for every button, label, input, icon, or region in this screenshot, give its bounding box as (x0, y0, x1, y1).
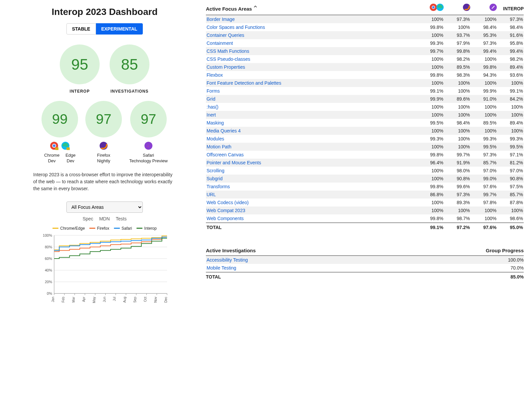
cell-value: 98.4% (497, 25, 524, 30)
focus-area-link[interactable]: Custom Properties (206, 64, 417, 70)
cell-value: 100% (497, 104, 524, 110)
firefox-bubble: 97 (85, 101, 122, 137)
cell-value: 97.3% (497, 17, 524, 22)
inv-total-label: TOTAL (206, 274, 510, 279)
investigations-header: Active Investigations (206, 248, 486, 253)
cell-value: 99.3% (471, 136, 497, 141)
cell-value: 95.3% (471, 33, 497, 38)
safari-column-icon (489, 3, 497, 11)
cell-value: 100% (417, 56, 444, 62)
cell-value: 84.2% (497, 96, 524, 102)
focus-area-link[interactable]: Font Feature Detection and Palettes (206, 80, 417, 86)
focus-area-link[interactable]: Motion Path (206, 144, 417, 149)
cell-value: 95.8% (497, 40, 524, 46)
focus-area-link[interactable]: Web Components (206, 216, 417, 221)
table-row: Web Components99.8%98.7%100%98.6% (206, 214, 524, 222)
tab-experimental[interactable]: EXPERIMENTAL (96, 23, 143, 35)
focus-area-link[interactable]: Transforms (206, 184, 417, 189)
edge-name: Edge Dev (65, 153, 75, 164)
cell-value: 100% (444, 88, 471, 94)
focus-area-link[interactable]: Media Queries 4 (206, 128, 417, 133)
svg-text:Oct: Oct (143, 297, 147, 302)
safari-score: 97 (141, 111, 156, 127)
cell-value: 100% (471, 56, 497, 62)
table-row: Scrolling100%98.0%97.0%97.0% (206, 167, 524, 175)
focus-area-link[interactable]: URL (206, 192, 417, 197)
investigation-link[interactable]: Accessibility Testing (206, 257, 508, 263)
focus-area-link[interactable]: Web Codecs (video) (206, 200, 417, 205)
edge-dev-icon (61, 141, 70, 150)
safari-name: Safari Technology Preview (129, 153, 168, 164)
table-row: Subgrid100%90.8%99.0%90.8% (206, 175, 524, 183)
focus-area-link[interactable]: Grid (206, 96, 417, 102)
focus-area-link[interactable]: Subgrid (206, 176, 417, 181)
cell-value: 99.7% (444, 152, 471, 157)
focus-area-link[interactable]: Forms (206, 88, 417, 94)
spec-link[interactable]: Spec (83, 216, 93, 221)
focus-area-link[interactable]: Modules (206, 136, 417, 141)
svg-text:May: May (92, 297, 96, 303)
table-row: Custom Properties100%89.5%99.8%89.4% (206, 63, 524, 71)
cell-value: 99.0% (471, 176, 497, 181)
cell-value: 100% (417, 176, 444, 181)
cell-value: 94.3% (471, 72, 497, 78)
table-row: :has()100%100%100%100% (206, 103, 524, 111)
cell-value: 97.0% (497, 168, 524, 173)
cell-value: 100% (471, 80, 497, 86)
cell-value: 100% (497, 112, 524, 118)
legend-interop: Interop (144, 226, 156, 231)
cell-value: 100% (417, 80, 444, 86)
focus-area-link[interactable]: :has() (206, 104, 417, 110)
investigations-score-bubble: 85 (110, 44, 149, 84)
interop-column-header: INTEROP (497, 5, 524, 13)
mdn-link[interactable]: MDN (99, 216, 110, 221)
tab-stable[interactable]: STABLE (66, 23, 96, 35)
focus-area-link[interactable]: Color Spaces and Functions (206, 25, 417, 30)
chart-legend: Chrome/Edge Firefox Safari Interop (33, 226, 176, 231)
cell-value: 85.7% (471, 160, 497, 165)
focus-area-link[interactable]: Inert (206, 112, 417, 118)
legend-chrome: Chrome/Edge (60, 226, 85, 231)
svg-text:0%: 0% (47, 291, 52, 295)
cell-value: 97.8% (471, 200, 497, 205)
svg-text:40%: 40% (45, 268, 52, 272)
cell-value: 100.0% (508, 257, 524, 263)
investigations-label: INVESTIGATIONS (111, 89, 148, 94)
chevron-up-icon[interactable] (253, 5, 257, 9)
cell-value: 97.3% (471, 40, 497, 46)
focus-area-link[interactable]: Pointer and Mouse Events (206, 160, 417, 165)
cell-value: 90.8% (444, 176, 471, 181)
focus-area-link[interactable]: Masking (206, 120, 417, 125)
tests-link[interactable]: Tests (116, 216, 127, 221)
focus-area-link[interactable]: Flexbox (206, 72, 417, 78)
interop-score-bubble: 95 (60, 44, 100, 84)
focus-area-link[interactable]: Web Compat 2023 (206, 208, 417, 213)
table-row: Border Image100%97.3%100%97.3% (206, 15, 524, 23)
focus-area-select[interactable]: All Focus Areas (66, 201, 143, 213)
focus-area-link[interactable]: Scrolling (206, 168, 417, 173)
cell-value: 99.8% (471, 64, 497, 70)
focus-area-link[interactable]: CSS Pseudo-classes (206, 56, 417, 62)
focus-area-link[interactable]: Border Image (206, 17, 417, 22)
table-row: Flexbox99.8%98.3%94.3%93.6% (206, 71, 524, 79)
cell-value: 99.4% (471, 48, 497, 54)
interop-label: INTEROP (70, 89, 90, 94)
focus-area-link[interactable]: Offscreen Canvas (206, 152, 417, 157)
cell-value: 100% (471, 128, 497, 133)
cell-value: 97.9% (444, 40, 471, 46)
cell-value: 99.3% (417, 40, 444, 46)
svg-text:100%: 100% (43, 233, 52, 237)
focus-area-link[interactable]: Container Queries (206, 33, 417, 38)
table-row: CSS Math Functions99.7%99.8%99.4%99.4% (206, 47, 524, 55)
svg-text:Sep: Sep (133, 296, 137, 302)
cell-value: 99.1% (497, 88, 524, 94)
svg-text:Jun: Jun (103, 297, 106, 302)
table-row: Offscreen Canvas99.8%99.7%97.3%97.1% (206, 151, 524, 159)
investigation-link[interactable]: Mobile Testing (206, 265, 510, 271)
focus-area-link[interactable]: CSS Math Functions (206, 48, 417, 54)
cell-value: 100% (497, 128, 524, 133)
cell-value: 98.4% (471, 25, 497, 30)
svg-text:Dec: Dec (164, 297, 168, 303)
total-firefox: 97.2% (444, 225, 471, 230)
focus-area-link[interactable]: Containment (206, 40, 417, 46)
